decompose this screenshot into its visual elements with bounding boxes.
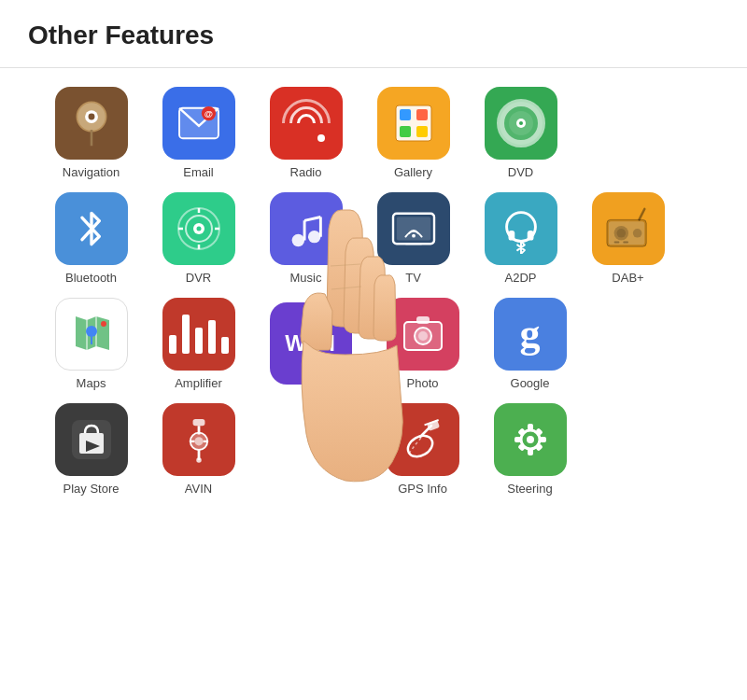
svg-rect-70 bbox=[528, 449, 533, 455]
svg-rect-71 bbox=[514, 437, 521, 442]
bluetooth-icon bbox=[55, 192, 128, 265]
svg-rect-11 bbox=[400, 126, 411, 137]
svg-rect-69 bbox=[528, 424, 533, 430]
amplifier-label: Amplifier bbox=[175, 376, 222, 390]
navigation-icon bbox=[55, 87, 128, 160]
svg-point-46 bbox=[86, 326, 97, 337]
dvd-icon bbox=[485, 87, 557, 160]
app-music[interactable]: Music bbox=[252, 192, 359, 285]
svg-text:@: @ bbox=[204, 108, 212, 119]
svg-rect-72 bbox=[540, 437, 546, 442]
app-wifi[interactable]: WIFI bbox=[252, 302, 369, 390]
a2dp-icon bbox=[485, 192, 557, 265]
gpsinfo-icon bbox=[387, 403, 459, 476]
app-dvr[interactable]: DVR bbox=[145, 192, 252, 285]
svg-rect-45 bbox=[623, 241, 628, 243]
amplifier-icon bbox=[162, 298, 235, 371]
app-google[interactable]: g Google bbox=[476, 298, 584, 390]
tv-icon bbox=[377, 192, 450, 265]
bluetooth-label: Bluetooth bbox=[65, 271, 117, 285]
svg-point-17 bbox=[519, 121, 523, 125]
app-amplifier[interactable]: Amplifier bbox=[145, 298, 252, 390]
svg-point-21 bbox=[196, 227, 201, 231]
avin-icon bbox=[162, 403, 235, 476]
svg-point-33 bbox=[412, 234, 416, 238]
playstore-icon bbox=[55, 403, 128, 476]
gpsinfo-label: GPS Info bbox=[398, 482, 447, 496]
maps-icon bbox=[55, 298, 128, 371]
app-email[interactable]: @ Email bbox=[145, 87, 252, 179]
gallery-label: Gallery bbox=[394, 165, 432, 179]
svg-rect-55 bbox=[192, 419, 204, 426]
app-navigation[interactable]: Navigation bbox=[37, 87, 145, 179]
email-label: Email bbox=[183, 165, 214, 179]
app-playstore[interactable]: Play Store bbox=[37, 403, 145, 496]
features-grid: Navigation @ Email bbox=[0, 77, 747, 518]
row-4: Play Store AV bbox=[37, 403, 710, 501]
row-2: Bluetooth DVR bbox=[37, 192, 710, 290]
page-heading: Other Features bbox=[0, 0, 747, 68]
steering-icon bbox=[494, 403, 567, 476]
row-3: Maps Amplifier WIFI bbox=[37, 298, 710, 396]
svg-point-43 bbox=[632, 229, 641, 238]
app-dvd[interactable]: DVD bbox=[467, 87, 574, 179]
svg-point-58 bbox=[194, 437, 203, 445]
app-dab[interactable]: DAB+ bbox=[574, 192, 682, 285]
tv-label: TV bbox=[405, 271, 421, 285]
svg-point-27 bbox=[307, 231, 319, 243]
svg-point-42 bbox=[616, 229, 626, 238]
app-steering[interactable]: Steering bbox=[476, 403, 584, 496]
gallery-icon bbox=[377, 87, 450, 160]
photo-label: Photo bbox=[407, 376, 439, 390]
photo-icon bbox=[387, 298, 459, 371]
app-a2dp[interactable]: A2DP bbox=[467, 192, 574, 285]
maps-label: Maps bbox=[77, 376, 106, 390]
svg-rect-36 bbox=[508, 231, 514, 241]
google-label: Google bbox=[511, 376, 550, 390]
svg-line-30 bbox=[304, 217, 320, 221]
svg-point-2 bbox=[88, 114, 94, 120]
dab-icon bbox=[592, 192, 665, 265]
google-icon: g bbox=[494, 298, 567, 371]
wifi-icon: WIFI bbox=[270, 302, 352, 385]
app-photo[interactable]: Photo bbox=[369, 298, 476, 390]
svg-point-68 bbox=[527, 436, 534, 443]
email-icon: @ bbox=[162, 87, 235, 160]
svg-point-62 bbox=[196, 457, 202, 463]
music-icon bbox=[270, 192, 343, 265]
svg-rect-12 bbox=[416, 126, 428, 137]
app-tv[interactable]: TV bbox=[359, 192, 467, 285]
music-label: Music bbox=[290, 271, 322, 285]
svg-point-50 bbox=[418, 331, 428, 341]
app-gallery[interactable]: Gallery bbox=[359, 87, 467, 179]
dvr-label: DVR bbox=[186, 271, 211, 285]
a2dp-label: A2DP bbox=[505, 271, 537, 285]
dvr-icon bbox=[162, 192, 235, 265]
svg-point-26 bbox=[291, 234, 303, 246]
app-bluetooth[interactable]: Bluetooth bbox=[37, 192, 145, 285]
svg-point-47 bbox=[101, 321, 106, 327]
svg-rect-51 bbox=[416, 316, 430, 324]
playstore-label: Play Store bbox=[63, 482, 120, 496]
svg-rect-9 bbox=[400, 109, 411, 120]
radio-icon bbox=[270, 87, 343, 160]
app-maps[interactable]: Maps bbox=[37, 298, 145, 390]
app-radio[interactable]: Radio bbox=[252, 87, 359, 179]
page: Other Features Navigation bbox=[0, 0, 747, 700]
svg-rect-44 bbox=[613, 241, 619, 243]
radio-label: Radio bbox=[290, 165, 322, 179]
row-1: Navigation @ Email bbox=[37, 87, 710, 185]
svg-rect-37 bbox=[527, 231, 533, 241]
app-avin[interactable]: AVIN bbox=[145, 403, 252, 496]
svg-rect-10 bbox=[416, 109, 428, 120]
dab-label: DAB+ bbox=[612, 271, 643, 285]
steering-label: Steering bbox=[507, 482, 552, 496]
dvd-label: DVD bbox=[508, 165, 533, 179]
navigation-label: Navigation bbox=[63, 165, 120, 179]
app-gpsinfo[interactable]: GPS Info bbox=[369, 403, 476, 496]
svg-line-40 bbox=[639, 209, 644, 220]
avin-label: AVIN bbox=[185, 482, 212, 496]
